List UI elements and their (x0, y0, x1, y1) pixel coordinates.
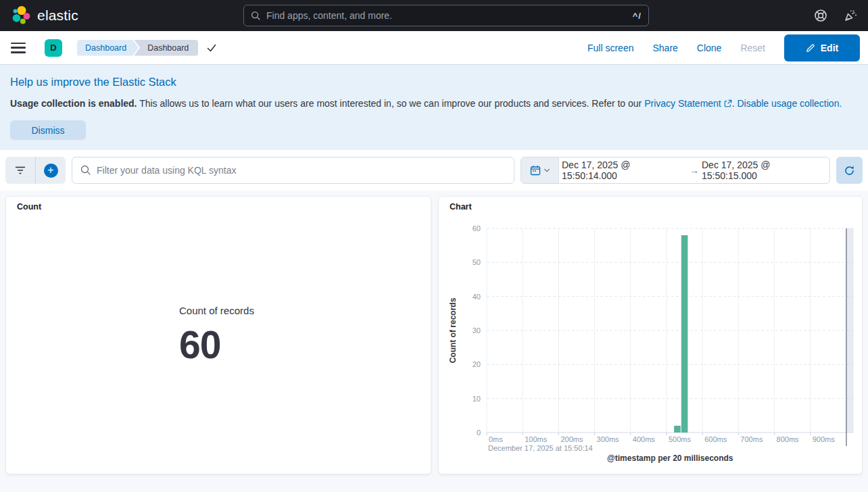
svg-text:@timestamp per 20 milliseconds: @timestamp per 20 milliseconds (607, 453, 733, 463)
kql-search-bar[interactable] (72, 157, 514, 184)
svg-text:Count of records: Count of records (448, 297, 458, 363)
reset-button: Reset (740, 43, 765, 53)
query-bar: + Dec 17, 2025 @ 15:50:14.000 → (0, 150, 868, 191)
chart-svg[interactable]: 0ms100ms200ms300ms400ms500ms600ms700ms80… (439, 197, 863, 475)
breadcrumb-current-dashboard[interactable]: Dashboard (134, 40, 198, 56)
global-search[interactable]: ^/ (243, 5, 649, 26)
svg-text:800ms: 800ms (777, 435, 800, 443)
kql-query-input[interactable] (97, 165, 506, 176)
svg-text:40: 40 (473, 293, 481, 301)
newsfeed-party-popper-icon[interactable] (844, 9, 857, 22)
end-date-button[interactable]: Dec 17, 2025 @ 15:50:15.000 (699, 159, 829, 181)
plus-icon: + (44, 164, 58, 178)
refresh-icon (844, 165, 855, 176)
date-range-arrow-icon: → (690, 165, 699, 176)
calendar-icon (530, 165, 541, 176)
metric-block: Count of records 60 (179, 305, 254, 364)
chevron-down-icon (544, 167, 550, 174)
privacy-statement-link[interactable]: Privacy Statement (644, 98, 721, 109)
refresh-query-button[interactable] (836, 157, 863, 184)
help-icon[interactable] (814, 9, 827, 22)
pencil-icon (806, 43, 815, 53)
full-screen-button[interactable]: Full screen (587, 43, 633, 53)
elastic-home-link[interactable]: elastic (11, 5, 234, 26)
add-filter-button[interactable]: + (36, 157, 66, 184)
svg-text:100ms: 100ms (525, 435, 548, 443)
svg-text:30: 30 (473, 326, 481, 335)
svg-text:20: 20 (473, 360, 481, 368)
search-shortcut-hint: ^/ (633, 11, 642, 21)
logo-text: elastic (37, 7, 78, 24)
search-icon (80, 165, 91, 176)
share-button[interactable]: Share (652, 43, 677, 53)
clone-button[interactable]: Clone (697, 43, 722, 53)
date-picker: Dec 17, 2025 @ 15:50:14.000 → Dec 17, 20… (521, 157, 830, 184)
dashboard-grid: Count Count of records 60 Chart 0ms100ms… (0, 191, 868, 474)
metric-label: Count of records (179, 305, 254, 316)
breadcrumb: Dashboard Dashboard (77, 40, 217, 56)
global-search-input[interactable] (266, 10, 627, 21)
filter-icon (15, 166, 26, 175)
svg-text:0: 0 (477, 428, 481, 437)
count-metric-panel: Count Count of records 60 (5, 196, 431, 474)
svg-text:50: 50 (473, 258, 481, 266)
panel-title-count[interactable]: Count (17, 202, 41, 212)
svg-text:200ms: 200ms (560, 435, 583, 443)
callout-body: Usage collection is enabled. This allows… (10, 97, 855, 111)
search-icon (251, 11, 261, 21)
external-link-icon (724, 99, 732, 107)
dashboard-toolbar: D Dashboard Dashboard Full screen Share … (0, 31, 868, 65)
start-date-button[interactable]: Dec 17, 2025 @ 15:50:14.000 (559, 159, 690, 181)
menu-hamburger-icon[interactable] (11, 43, 26, 53)
filter-menu-button[interactable] (5, 157, 36, 184)
callout-title: Help us improve the Elastic Stack (10, 76, 858, 89)
breadcrumb-dashboards[interactable]: Dashboard (77, 40, 139, 56)
svg-text:10: 10 (473, 395, 481, 403)
telemetry-callout: Help us improve the Elastic Stack Usage … (0, 65, 868, 150)
elastic-logo-icon (11, 5, 31, 26)
svg-text:0ms: 0ms (489, 435, 503, 443)
date-quick-select-button[interactable] (521, 157, 559, 183)
global-header: elastic ^/ (0, 0, 868, 31)
disable-usage-collection-link[interactable]: Disable usage collection. (737, 98, 842, 109)
svg-text:300ms: 300ms (597, 435, 620, 443)
svg-text:900ms: 900ms (813, 435, 836, 443)
svg-text:60: 60 (473, 224, 481, 232)
histogram-chart-panel: Chart 0ms100ms200ms300ms400ms500ms600ms7… (438, 196, 863, 474)
svg-text:December 17, 2025 at 15:50:14: December 17, 2025 at 15:50:14 (488, 444, 593, 452)
svg-text:600ms: 600ms (704, 435, 727, 443)
metric-value: 60 (179, 326, 254, 364)
svg-text:400ms: 400ms (633, 435, 656, 443)
svg-text:500ms: 500ms (669, 435, 692, 443)
check-icon[interactable] (206, 43, 217, 53)
space-avatar[interactable]: D (45, 39, 62, 57)
edit-button[interactable]: Edit (784, 34, 860, 62)
dismiss-button[interactable]: Dismiss (10, 120, 86, 140)
filter-controls-group: + (5, 157, 66, 184)
svg-text:700ms: 700ms (740, 435, 763, 443)
